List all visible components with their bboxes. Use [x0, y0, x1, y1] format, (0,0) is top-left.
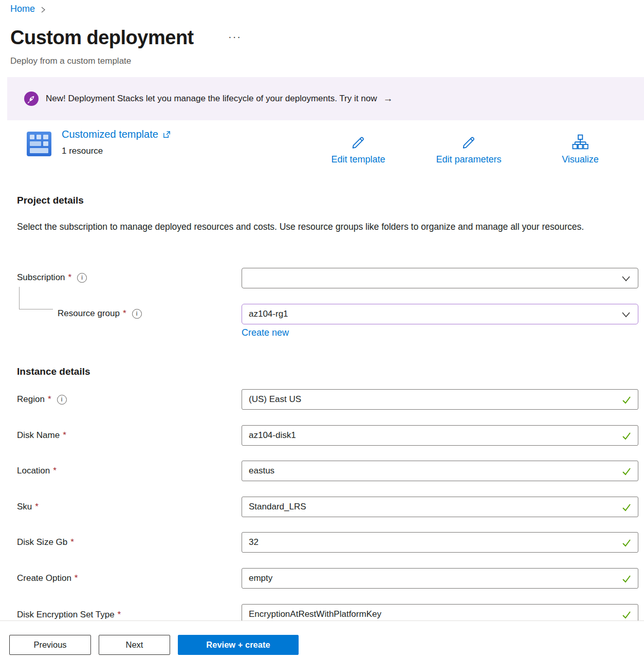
- field-connector-line: [19, 287, 53, 309]
- required-asterisk: *: [68, 272, 72, 283]
- main-content: Home Custom deployment ··· Deploy from a…: [0, 0, 644, 620]
- sku-label: Sku *: [17, 502, 39, 512]
- resource-group-label: Resource group * i: [58, 308, 142, 319]
- sku-input[interactable]: Standard_LRS: [242, 497, 638, 517]
- required-asterisk: *: [35, 502, 39, 512]
- sku-value: Standard_LRS: [249, 502, 306, 512]
- wizard-footer: Previous Next Review + create: [0, 620, 644, 658]
- create-option-input[interactable]: empty: [242, 568, 638, 589]
- visualize-button[interactable]: Visualize: [562, 134, 599, 165]
- edit-template-button[interactable]: Edit template: [331, 134, 385, 165]
- valid-check-icon: [621, 574, 632, 584]
- create-option-value: empty: [249, 573, 272, 583]
- chevron-down-icon: [621, 310, 631, 319]
- required-asterisk: *: [63, 430, 66, 441]
- disk-name-label: Disk Name *: [17, 430, 66, 441]
- edit-template-label: Edit template: [331, 154, 385, 165]
- chevron-right-icon: [40, 6, 46, 13]
- org-chart-icon: [572, 134, 589, 151]
- review-create-button[interactable]: Review + create: [178, 635, 299, 655]
- required-asterisk: *: [53, 466, 57, 476]
- required-asterisk: *: [123, 308, 126, 319]
- create-new-link[interactable]: Create new: [242, 327, 289, 338]
- page-subtitle: Deploy from a custom template: [10, 56, 131, 66]
- custom-deployment-page: Home Custom deployment ··· Deploy from a…: [0, 0, 644, 658]
- region-value: (US) East US: [249, 394, 301, 405]
- disk-size-gb-input[interactable]: 32: [242, 532, 638, 553]
- visualize-label: Visualize: [562, 154, 599, 165]
- more-options-button[interactable]: ···: [228, 31, 242, 43]
- disk-name-input[interactable]: az104-disk1: [242, 425, 638, 446]
- arrow-right-icon: →: [383, 93, 393, 104]
- required-asterisk: *: [118, 610, 121, 620]
- deployment-stacks-banner[interactable]: New! Deployment Stacks let you manage th…: [7, 77, 644, 120]
- pencil-icon: [349, 134, 367, 151]
- disk-name-value: az104-disk1: [249, 430, 296, 441]
- rocket-icon: [24, 92, 39, 106]
- subscription-label: Subscription * i: [17, 272, 87, 283]
- instance-details-heading: Instance details: [17, 366, 90, 377]
- location-input[interactable]: eastus: [242, 461, 638, 481]
- customized-template-link[interactable]: Customized template: [62, 129, 158, 140]
- disk-size-gb-value: 32: [249, 537, 259, 547]
- disk-encryption-set-type-input[interactable]: EncryptionAtRestWithPlatformKey: [242, 604, 638, 620]
- next-button[interactable]: Next: [99, 635, 170, 655]
- required-asterisk: *: [48, 394, 51, 405]
- info-icon[interactable]: i: [77, 273, 87, 283]
- project-details-heading: Project details: [17, 195, 84, 206]
- info-icon[interactable]: i: [132, 309, 142, 319]
- location-value: eastus: [249, 466, 274, 476]
- valid-check-icon: [621, 610, 632, 620]
- valid-check-icon: [621, 502, 632, 513]
- info-icon[interactable]: i: [57, 395, 67, 405]
- template-icon: [27, 132, 51, 156]
- banner-text: New! Deployment Stacks let you manage th…: [46, 94, 377, 104]
- chevron-down-icon: [621, 274, 631, 283]
- previous-button[interactable]: Previous: [9, 635, 91, 655]
- valid-check-icon: [621, 466, 632, 477]
- breadcrumb-home-link[interactable]: Home: [10, 4, 35, 14]
- pencil-icon: [460, 134, 477, 151]
- create-option-label: Create Option *: [17, 573, 78, 583]
- valid-check-icon: [621, 431, 632, 441]
- page-title: Custom deployment: [10, 27, 194, 49]
- subscription-select[interactable]: [242, 268, 638, 288]
- region-input[interactable]: (US) East US: [242, 389, 638, 410]
- disk-encryption-set-type-value: EncryptionAtRestWithPlatformKey: [249, 609, 381, 619]
- external-link-icon: [162, 130, 171, 139]
- valid-check-icon: [621, 538, 632, 548]
- region-label: Region * i: [17, 394, 67, 405]
- template-resource-count: 1 resource: [62, 146, 103, 156]
- edit-parameters-button[interactable]: Edit parameters: [436, 134, 501, 165]
- disk-encryption-set-type-label: Disk Encryption Set Type *: [17, 610, 121, 620]
- valid-check-icon: [621, 395, 632, 405]
- edit-parameters-label: Edit parameters: [436, 154, 501, 165]
- resource-group-value: az104-rg1: [249, 309, 288, 319]
- required-asterisk: *: [75, 573, 78, 583]
- required-asterisk: *: [70, 537, 74, 547]
- breadcrumb: Home: [10, 4, 46, 14]
- location-label: Location *: [17, 466, 57, 476]
- project-details-description: Select the subscription to manage deploy…: [17, 219, 608, 235]
- template-link-row: Customized template: [62, 129, 171, 140]
- disk-size-gb-label: Disk Size Gb *: [17, 537, 74, 547]
- resource-group-select[interactable]: az104-rg1: [242, 304, 638, 324]
